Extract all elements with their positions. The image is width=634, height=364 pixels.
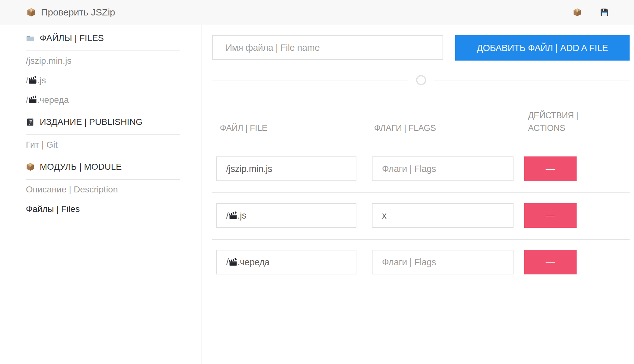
sidebar-item-description[interactable]: Описание | Description [26,184,180,195]
remove-file-button[interactable]: — [524,156,577,181]
flags-input[interactable] [372,203,514,228]
sidebar-item-label: Гит | Git [26,139,58,150]
save-icon[interactable] [600,8,609,17]
divider-line [212,80,408,80]
table-cell-actions: — [520,146,630,192]
sidebar-header-files: ФАЙЛЫ | FILES [26,33,180,44]
sidebar-item-label: Файлы | Files [26,204,80,214]
table-row: /jszip.min.js [212,146,367,192]
table-cell-actions: — [520,239,630,286]
app-title: Проверить JSZip [26,7,115,18]
sidebar-header-label: МОДУЛЬ | MODULE [40,161,122,172]
sidebar-item-clapper-chereda[interactable]: /.череда [26,95,180,105]
remove-file-button[interactable]: — [524,203,577,228]
package-icon [26,162,35,171]
sidebar-item-jszip-min-js[interactable]: /jszip.min.js [26,56,180,66]
sidebar-item-label: /jszip.min.js [26,56,72,66]
file-path-value: .js [238,210,246,221]
table-row: /.js [212,192,367,239]
topbar: Проверить JSZip [0,0,634,25]
column-header-actions: ДЕЙСТВИЯ | ACTIONS [520,109,630,146]
app-title-text: Проверить JSZip [41,7,115,18]
add-file-button[interactable]: ДОБАВИТЬ ФАЙЛ | ADD A FILE [455,35,630,61]
folder-icon [26,34,35,43]
file-path-input[interactable]: /.js [216,203,356,228]
sidebar-divider [26,179,180,180]
sidebar-divider [26,50,180,51]
sidebar-header-module: МОДУЛЬ | MODULE [26,161,180,172]
main-panel: ДОБАВИТЬ ФАЙЛ | ADD A FILE ФАЙЛ | FILE Ф… [202,25,634,364]
sidebar-item-clapper-js[interactable]: /.js [26,75,180,86]
remove-file-button[interactable]: — [524,250,577,274]
column-header-flags: ФЛАГИ | FLAGS [367,109,520,146]
clapper-icon [28,95,37,105]
clapper-icon [28,75,37,86]
divider-line [434,80,630,80]
table-cell-flags [367,192,520,239]
clapper-icon [229,210,238,221]
column-header-file: ФАЙЛ | FILE [212,109,367,146]
flags-input[interactable] [372,250,514,274]
sidebar-header-publishing: ИЗДАНИЕ | PUBLISHING [26,117,180,127]
file-path-value: .череда [238,257,270,267]
sidebar: ФАЙЛЫ | FILES /jszip.min.js /.js /.черед… [0,25,202,364]
sidebar-item-label: .череда [37,95,69,105]
files-table: ФАЙЛ | FILE ФЛАГИ | FLAGS ДЕЙСТВИЯ | ACT… [212,109,630,286]
sidebar-header-label: ФАЙЛЫ | FILES [40,33,104,44]
file-name-input[interactable] [212,35,443,60]
file-path-input[interactable]: /jszip.min.js [216,156,356,181]
sidebar-divider [26,134,180,135]
add-file-row: ДОБАВИТЬ ФАЙЛ | ADD A FILE [212,35,630,61]
file-path-value: /jszip.min.js [226,164,272,174]
table-cell-actions: — [520,192,630,239]
sidebar-item-git[interactable]: Гит | Git [26,139,180,150]
sidebar-section-publishing: ИЗДАНИЕ | PUBLISHING Гит | Git [26,117,180,150]
file-path-value: / [226,210,229,221]
topbar-actions [573,8,609,17]
flags-input[interactable] [372,156,514,181]
sidebar-item-label: .js [37,75,46,86]
sidebar-item-label: / [26,75,28,86]
notebook-icon [26,118,35,126]
file-path-value: / [226,257,229,267]
circle-divider [212,75,630,85]
file-path-input[interactable]: /.череда [216,250,356,274]
circle-icon [416,75,426,85]
table-row: /.череда [212,239,367,286]
sidebar-item-files-active[interactable]: Файлы | Files [26,204,180,214]
clapper-icon [229,257,238,267]
table-cell-flags [367,239,520,286]
package-icon[interactable] [573,8,582,17]
sidebar-header-label: ИЗДАНИЕ | PUBLISHING [40,117,143,127]
sidebar-section-files: ФАЙЛЫ | FILES /jszip.min.js /.js /.черед… [26,33,180,105]
table-cell-flags [367,146,520,192]
sidebar-section-module: МОДУЛЬ | MODULE Описание | Description Ф… [26,161,180,214]
sidebar-item-label: / [26,95,28,105]
sidebar-item-label: Описание | Description [26,184,118,195]
package-icon [26,8,36,17]
